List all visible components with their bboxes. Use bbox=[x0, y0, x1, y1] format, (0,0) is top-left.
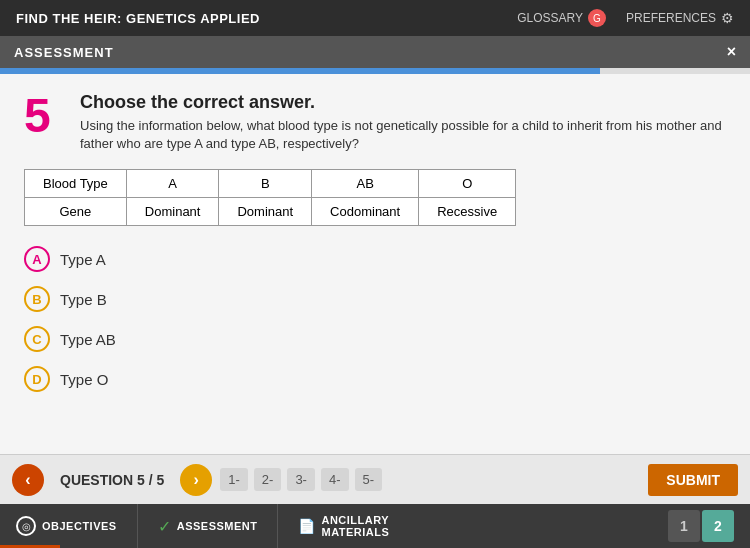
footer-page-numbers: 1 2 bbox=[668, 510, 734, 542]
preferences-button[interactable]: PREFERENCES ⚙ bbox=[626, 9, 734, 27]
assessment-label: ASSESSMENT bbox=[177, 520, 258, 532]
question-body: Using the information below, what blood … bbox=[80, 117, 726, 153]
objectives-icon: ◎ bbox=[16, 516, 36, 536]
table-header-b: B bbox=[219, 170, 312, 198]
option-c-circle: C bbox=[24, 326, 50, 352]
table-header-o: O bbox=[419, 170, 516, 198]
option-d-label: Type O bbox=[60, 371, 108, 388]
option-b-circle: B bbox=[24, 286, 50, 312]
page-num-1[interactable]: 1 bbox=[668, 510, 700, 542]
page-dot-4[interactable]: 4- bbox=[321, 468, 349, 491]
option-b-label: Type B bbox=[60, 291, 107, 308]
footer-assessment[interactable]: ✓ ASSESSMENT bbox=[138, 504, 279, 548]
table-header-bloodtype: Blood Type bbox=[25, 170, 127, 198]
footer-ancillary[interactable]: 📄 ANCILLARYMATERIALS bbox=[278, 504, 409, 548]
table-cell-dominant-b: Dominant bbox=[219, 198, 312, 226]
glossary-button[interactable]: GLOSSARY G bbox=[517, 9, 606, 27]
gear-icon: ⚙ bbox=[721, 10, 734, 26]
ancillary-label: ANCILLARYMATERIALS bbox=[321, 514, 389, 538]
question-text-block: Choose the correct answer. Using the inf… bbox=[80, 92, 726, 153]
option-a-circle: A bbox=[24, 246, 50, 272]
option-d-circle: D bbox=[24, 366, 50, 392]
option-c-label: Type AB bbox=[60, 331, 116, 348]
top-bar-actions: GLOSSARY G PREFERENCES ⚙ bbox=[517, 9, 734, 27]
next-button[interactable]: › bbox=[180, 464, 212, 496]
table-cell-gene: Gene bbox=[25, 198, 127, 226]
glossary-icon: G bbox=[588, 9, 606, 27]
close-button[interactable]: × bbox=[727, 43, 736, 61]
option-b[interactable]: B Type B bbox=[24, 286, 726, 312]
assessment-check-icon: ✓ bbox=[158, 517, 171, 536]
app-title: FIND THE HEIR: GENETICS APPLIED bbox=[16, 11, 260, 26]
glossary-label: GLOSSARY bbox=[517, 11, 583, 25]
table-cell-codominant: Codominant bbox=[312, 198, 419, 226]
main-content: 5 Choose the correct answer. Using the i… bbox=[0, 74, 750, 454]
page-dot-3[interactable]: 3- bbox=[287, 468, 315, 491]
page-num-2[interactable]: 2 bbox=[702, 510, 734, 542]
ancillary-icon: 📄 bbox=[298, 518, 315, 534]
table-header-ab: AB bbox=[312, 170, 419, 198]
preferences-label: PREFERENCES bbox=[626, 11, 716, 25]
option-a[interactable]: A Type A bbox=[24, 246, 726, 272]
answer-options: A Type A B Type B C Type AB D Type O bbox=[24, 246, 726, 392]
footer-objectives[interactable]: ◎ OBJECTIVES bbox=[16, 504, 138, 548]
option-d[interactable]: D Type O bbox=[24, 366, 726, 392]
submit-button[interactable]: SUBMIT bbox=[648, 464, 738, 496]
prev-button[interactable]: ‹ bbox=[12, 464, 44, 496]
option-a-label: Type A bbox=[60, 251, 106, 268]
objectives-label: OBJECTIVES bbox=[42, 520, 117, 532]
assessment-title: ASSESSMENT bbox=[14, 45, 114, 60]
question-title: Choose the correct answer. bbox=[80, 92, 726, 113]
bottom-nav: ‹ QUESTION 5 / 5 › 1- 2- 3- 4- 5- SUBMIT bbox=[0, 454, 750, 504]
blood-type-table: Blood Type A B AB O Gene Dominant Domina… bbox=[24, 169, 516, 226]
footer: ◎ OBJECTIVES ✓ ASSESSMENT 📄 ANCILLARYMAT… bbox=[0, 504, 750, 548]
question-label: QUESTION 5 / 5 bbox=[60, 472, 164, 488]
table-cell-dominant-a: Dominant bbox=[126, 198, 219, 226]
table-cell-recessive: Recessive bbox=[419, 198, 516, 226]
page-dot-1[interactable]: 1- bbox=[220, 468, 248, 491]
page-dots: 1- 2- 3- 4- 5- bbox=[220, 468, 640, 491]
top-bar: FIND THE HEIR: GENETICS APPLIED GLOSSARY… bbox=[0, 0, 750, 36]
table-header-a: A bbox=[126, 170, 219, 198]
option-c[interactable]: C Type AB bbox=[24, 326, 726, 352]
assessment-header: ASSESSMENT × bbox=[0, 36, 750, 68]
question-header: 5 Choose the correct answer. Using the i… bbox=[24, 92, 726, 153]
page-dot-5[interactable]: 5- bbox=[355, 468, 383, 491]
question-number: 5 bbox=[24, 92, 64, 140]
page-dot-2[interactable]: 2- bbox=[254, 468, 282, 491]
